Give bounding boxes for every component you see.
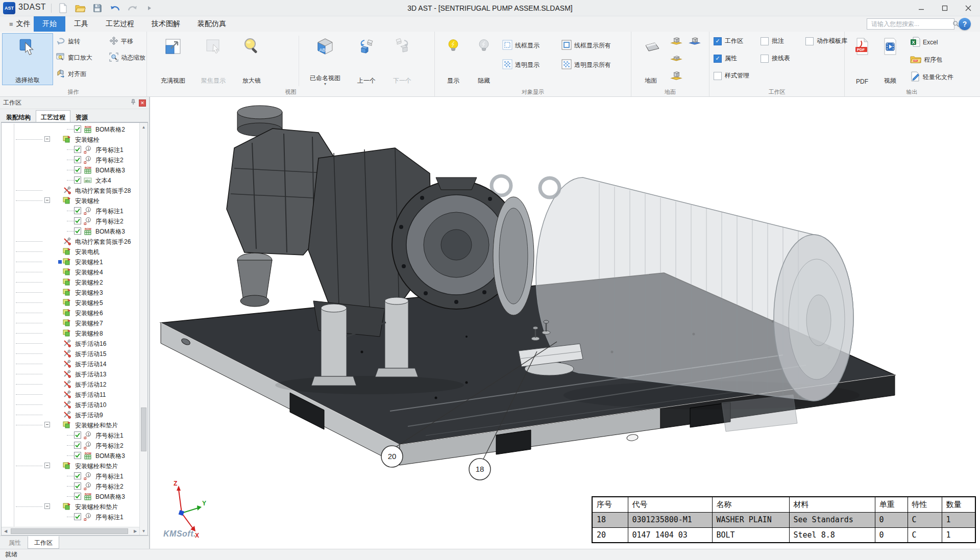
align-face-button[interactable]: 对齐面 [56,67,86,81]
open-file-button[interactable] [75,3,86,14]
checkbox-批注[interactable]: 批注 [761,37,784,45]
tree-item[interactable]: 扳手活动14 [2,359,139,369]
tree-item[interactable]: 1序号标注1 [2,512,139,522]
tree-item[interactable]: 扳手活动12 [2,379,139,389]
checkbox-box[interactable] [761,37,769,45]
panel-bottom-tab-1[interactable]: 属性 [2,536,28,549]
tree-item[interactable]: 1序号标注2 [2,481,139,491]
tree-item[interactable]: 安装螺栓 [2,195,139,206]
tree-checkbox[interactable] [74,207,81,214]
panel-tab-2[interactable]: 工艺过程 [36,110,70,122]
tree-checkbox[interactable] [74,442,81,449]
excel-export-button[interactable]: X Excel [910,36,938,49]
scroll-thumb[interactable] [11,528,128,534]
tree-item[interactable]: BOMBOM表格2 [2,124,139,134]
select-pick-button[interactable]: 选择拾取 [2,33,53,85]
checkbox-动作模板库[interactable]: 动作模板库 [805,37,847,45]
lightweight-file-button[interactable]: 轻量化文件 [910,70,953,84]
scroll-left-icon[interactable]: ◀ [2,527,10,535]
named-views-button[interactable]: AB 已命名视图 ▾ [302,33,348,85]
pdf-export-button[interactable]: PDF PDF [849,33,875,85]
checkbox-属性[interactable]: ✓属性 [714,54,737,63]
ground-sunken-icon[interactable] [670,53,682,66]
tree-checkbox[interactable] [74,146,81,153]
tree-item[interactable]: 安装螺栓 [2,134,139,144]
pin-icon[interactable] [130,99,136,107]
balloon-20[interactable]: 20 [381,446,403,467]
tree-checkbox[interactable] [74,176,81,184]
tree-checkbox[interactable] [74,513,81,520]
tree-checkbox[interactable] [74,166,81,173]
hide-button[interactable]: 隐藏 [470,33,498,85]
tree-item[interactable]: 1序号标注1 [2,206,139,216]
ground-yellow-icon[interactable] [670,36,682,48]
tree-item[interactable]: BOMBOM表格3 [2,491,139,501]
tree-checkbox[interactable] [74,493,81,500]
panel-bottom-tab-2[interactable]: 工作区 [28,536,59,549]
checkbox-box[interactable]: ✓ [714,55,722,63]
transparent-display-button[interactable]: 透明显示 [502,58,540,71]
tree-item[interactable]: 安装螺栓2 [2,277,139,287]
bom-row[interactable]: 200147 1404 03BOLTSteel 8.80C1 [592,527,975,543]
new-file-button[interactable] [57,3,68,14]
scroll-down-icon[interactable]: ▼ [140,527,148,535]
expand-toggle-icon[interactable] [44,136,50,142]
wireframe-display-button[interactable]: 线框显示 [502,39,540,52]
tree-checkbox[interactable] [74,227,81,235]
tree-item[interactable]: 安装螺栓和垫片 [2,420,139,430]
scroll-up-icon[interactable]: ▲ [140,123,148,131]
help-button[interactable]: ? [959,18,971,30]
search-input[interactable] [867,20,952,28]
transparent-all-button[interactable]: 透明显示所有 [561,58,611,71]
tree-item[interactable]: 安装螺栓和垫片 [2,461,139,471]
tree-item[interactable]: 安装螺栓5 [2,297,139,308]
scroll-thumb[interactable] [141,408,146,451]
file-menu-button[interactable]: ≡ 文件 [4,16,36,32]
ground-blue-icon[interactable] [689,36,701,48]
expand-toggle-icon[interactable] [44,197,50,203]
tree-item[interactable]: 安装电机 [2,246,139,257]
next-button[interactable]: 下一个 [385,33,420,85]
tree-item[interactable]: 1序号标注2 [2,216,139,226]
tree-item[interactable]: 安装螺栓6 [2,308,139,318]
tree-item[interactable]: 安装螺栓和垫片 [2,501,139,512]
tree-item[interactable]: 安装螺栓3 [2,287,139,297]
checkbox-box[interactable] [805,37,814,45]
tree-item[interactable]: BOMBOM表格3 [2,450,139,461]
tree-item[interactable]: 扳手活动16 [2,338,139,348]
wireframe-all-button[interactable]: 线框显示所有 [561,39,611,52]
fit-view-button[interactable]: 充满视图 [153,33,193,85]
redo-button[interactable] [127,3,138,14]
tree-checkbox[interactable] [74,472,81,479]
menu-tab-2[interactable]: 工具 [65,16,97,32]
checkbox-样式管理[interactable]: 样式管理 [714,71,749,80]
tree-item[interactable]: 扳手活动10 [2,399,139,410]
checkbox-box[interactable] [761,55,769,63]
tree-vertical-scrollbar[interactable]: ▲ ▼ [139,123,148,535]
save-button[interactable] [92,3,103,14]
3d-viewport[interactable]: 20 18 Z Y X [150,97,980,549]
undo-button[interactable] [109,3,120,14]
close-button[interactable] [957,0,980,16]
expand-toggle-icon[interactable] [44,422,50,427]
tree-checkbox[interactable] [74,482,81,490]
tree-item[interactable]: BOMBOM表格3 [2,226,139,236]
tree-item[interactable]: 安装螺栓4 [2,267,139,277]
tree-horizontal-scrollbar[interactable]: ◀ ▶ [2,527,139,535]
maximize-button[interactable] [933,0,957,16]
menu-tab-3[interactable]: 工艺过程 [97,16,143,32]
magnifier-button[interactable]: 放大镜 [234,33,270,85]
tree-item[interactable]: 扳手活动11 [2,389,139,399]
menu-tab-5[interactable]: 装配仿真 [189,16,235,32]
balloon-18[interactable]: 18 [469,459,491,480]
dynamic-zoom-button[interactable]: 动态缩放 [109,51,145,64]
menu-tab-1[interactable]: 开始 [34,16,65,32]
tree-item[interactable]: 1序号标注1 [2,471,139,481]
tree-item[interactable]: 安装螺栓8 [2,328,139,338]
previous-button[interactable]: 上一个 [350,33,383,85]
tree-checkbox[interactable] [74,452,81,459]
panel-tab-1[interactable]: 装配结构 [1,111,36,122]
bom-row[interactable]: 180301235800-M1WASHER PLAINSee Standards… [592,512,975,527]
pan-button[interactable]: 平移 [109,35,133,48]
show-button[interactable]: 显示 [439,33,468,85]
